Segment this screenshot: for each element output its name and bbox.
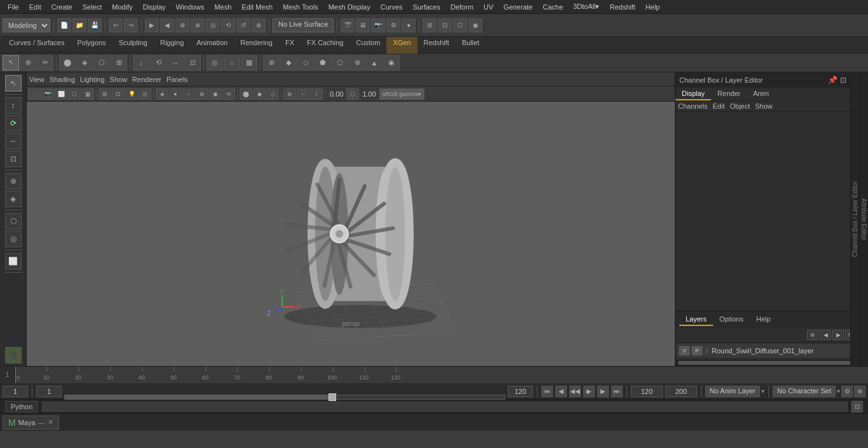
tool-group-btn[interactable]: ▦ [241,55,257,71]
renderer-menu[interactable]: Renderer [132,76,161,83]
anim-layer-field[interactable]: No Anim Layer [705,386,760,397]
tab-rendering[interactable]: Rendering [234,37,279,53]
char-set-extra2[interactable]: ⊕ [854,386,865,397]
menu-mesh-tools[interactable]: Mesh Tools [278,2,323,12]
current-frame-field[interactable]: 1 [3,386,28,397]
cb-menu-edit[interactable]: Edit [712,102,724,110]
layer-scroll-right-btn[interactable]: ▶ [832,330,844,340]
menu-curves[interactable]: Curves [376,2,408,12]
cb-pin-btn[interactable]: 📌 [828,76,837,85]
soft-select-btn[interactable]: ⊕ [5,173,22,189]
tool-show-hide[interactable]: ○ [224,55,240,71]
tool-move-btn[interactable]: ↕ [133,55,149,71]
tool-paint-btn[interactable]: ✏ [37,55,53,71]
tab-polygons[interactable]: Polygons [71,37,112,53]
layer-scrollbar[interactable] [675,360,859,366]
skip-back-btn[interactable]: ⏮ [541,386,553,397]
menu-windows[interactable]: Windows [171,2,210,12]
snap-curve-btn[interactable]: ◎ [5,231,22,247]
char-set-arrow-icon[interactable]: ▾ [837,388,840,395]
tb-img1[interactable]: 📷 [371,18,385,32]
camera-btn[interactable]: 🎥 [5,347,22,363]
tab-bullet[interactable]: Bullet [456,37,486,53]
vt-cam1[interactable]: 🎥 [28,88,41,100]
vt-cam3[interactable]: ⬜ [55,88,67,100]
tab-fx-caching[interactable]: FX Caching [301,37,349,53]
tool-snap1[interactable]: ⬤ [59,55,76,71]
vt-colorspace-btn[interactable]: sRGB gamma ▾ [379,88,425,100]
play-fwd-btn[interactable]: ▶ [583,386,595,397]
attribute-editor-tab[interactable]: Attribute Editor [859,72,868,366]
layer-add-btn[interactable]: ⊕ [807,330,818,340]
tb-extra1[interactable]: ▶ [145,18,159,32]
tb-extra5[interactable]: ◎ [206,18,220,32]
vt-light-show[interactable]: 💡 [125,88,138,100]
range-end-field[interactable] [665,386,697,397]
maya-window-tab[interactable]: M Maya — ✕ [3,416,59,430]
tool-soft-mod[interactable]: ◎ [207,55,223,71]
tool-align2[interactable]: ◆ [280,55,297,71]
marquee-btn[interactable]: ⬜ [5,253,22,269]
layer-row[interactable]: V P / Round_Swirl_Diffuser_001_layer [677,344,858,358]
menu-select[interactable]: Select [78,2,107,12]
menu-mesh-display[interactable]: Mesh Display [323,2,376,12]
tool-align3[interactable]: ◇ [297,55,314,71]
cb-float-btn[interactable]: ⊡ [840,76,846,85]
live-surface-btn[interactable]: No Live Surface [273,18,334,32]
render-preview-btn[interactable]: 🎬 [341,18,355,32]
tb-extra3[interactable]: ⊕ [175,18,189,32]
vt-res1[interactable]: ⬤ [240,88,252,100]
workspace-dropdown[interactable]: Modeling [3,18,50,32]
tool-extras2[interactable]: ◉ [383,55,400,71]
vt-extra1[interactable]: ⊗ [283,88,296,100]
tb-right4[interactable]: ◉ [468,18,482,32]
vt-res3[interactable]: ◇ [266,88,279,100]
layer-tab-layers[interactable]: Layers [679,313,713,326]
range-handle[interactable] [329,393,336,401]
menu-3dtoall[interactable]: 3DtoAll▾ [568,1,604,12]
show-manipulator-btn[interactable]: ◈ [5,191,22,207]
menu-modify[interactable]: Modify [107,2,137,12]
tool-snap4[interactable]: ⊞ [111,55,127,71]
start-frame-field[interactable] [36,386,62,397]
tab-custom[interactable]: Custom [350,37,387,53]
redo-btn[interactable]: ↪ [124,18,138,32]
viewport-canvas[interactable]: X Y Z persp [27,102,675,366]
menu-file[interactable]: File [3,2,24,12]
menu-help[interactable]: Help [641,2,665,12]
lighting-menu[interactable]: Lighting [80,76,105,83]
win-close-btn[interactable]: ✕ [48,418,53,426]
char-set-extra1[interactable]: ⚙ [841,386,853,397]
tool-snap3[interactable]: ⬡ [93,55,110,71]
status-input-field[interactable] [42,402,848,412]
cb-tab-anim[interactable]: Anim [747,88,775,100]
tab-sculpting[interactable]: Sculpting [112,37,154,53]
snap-grid-btn[interactable]: ⬡ [5,213,22,229]
tool-extras1[interactable]: ▲ [366,55,383,71]
tb-extra4[interactable]: ⊗ [191,18,205,32]
menu-redshift[interactable]: Redshift [604,2,640,12]
open-btn[interactable]: 📁 [72,18,86,32]
tool-scale-btn[interactable]: ↔ [167,55,184,71]
tb-right3[interactable]: ⬡ [453,18,467,32]
tool-lasso-btn[interactable]: ⊕ [20,55,36,71]
menu-deform[interactable]: Deform [445,2,478,12]
select-tool-btn[interactable]: ↖ [5,75,22,92]
vt-shade6[interactable]: ⟲ [222,88,235,100]
rotate-tool-btn[interactable]: ⟳ [5,115,22,132]
panels-menu[interactable]: Panels [166,76,188,83]
menu-surfaces[interactable]: Surfaces [408,2,445,12]
vt-cam2[interactable]: 📷 [41,88,54,100]
tool-select-btn[interactable]: ↖ [3,55,19,71]
vt-res2[interactable]: ◆ [253,88,266,100]
menu-edit[interactable]: Edit [24,2,46,12]
anim-layer-arrow-icon[interactable]: ▾ [761,388,764,395]
timeline-ruler[interactable]: 0 10 20 30 40 50 60 70 80 90 1 [15,367,868,383]
vt-uv-show[interactable]: ⊡ [112,88,125,100]
next-frame-btn[interactable]: ▶ [597,386,609,397]
tb-extra7[interactable]: ↺ [236,18,250,32]
tb-img3[interactable]: ● [402,18,416,32]
tb-extra8[interactable]: ⊕ [252,18,266,32]
tool-rotate-btn[interactable]: ⟲ [150,55,166,71]
python-label[interactable]: Python [5,401,38,412]
